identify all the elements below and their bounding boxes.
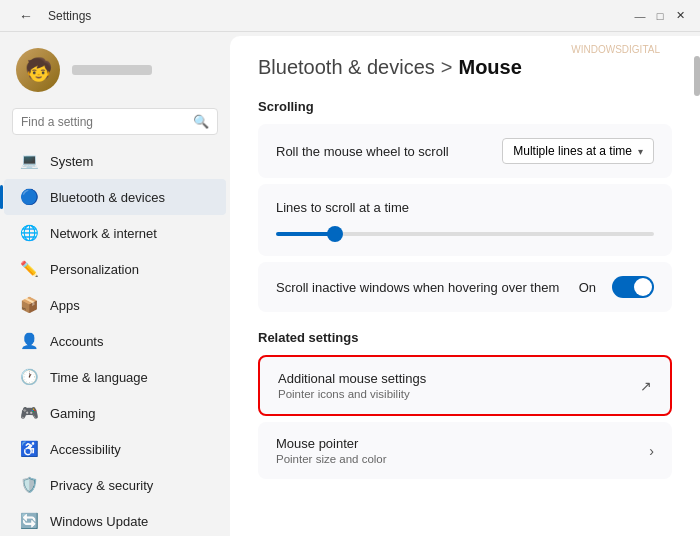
external-link-icon: ↗ bbox=[640, 378, 652, 394]
toggle-row: On bbox=[579, 276, 654, 298]
bluetooth-icon: 🔵 bbox=[20, 188, 38, 206]
sidebar-item-network[interactable]: 🌐 Network & internet bbox=[4, 215, 226, 251]
inactive-scroll-text: Scroll inactive windows when hovering ov… bbox=[276, 280, 559, 295]
accounts-icon: 👤 bbox=[20, 332, 38, 350]
sidebar-label-accounts: Accounts bbox=[50, 334, 103, 349]
main-window: 🧒 🔍 💻 System 🔵 Bluetooth & devices 🌐 Net… bbox=[0, 32, 700, 536]
sidebar-label-network: Network & internet bbox=[50, 226, 157, 241]
roll-wheel-value: Multiple lines at a time bbox=[513, 144, 632, 158]
sidebar-item-privacy[interactable]: 🛡️ Privacy & security bbox=[4, 467, 226, 503]
sidebar-item-bluetooth[interactable]: 🔵 Bluetooth & devices bbox=[4, 179, 226, 215]
apps-icon: 📦 bbox=[20, 296, 38, 314]
slider-container bbox=[276, 216, 654, 242]
roll-wheel-dropdown[interactable]: Multiple lines at a time ▾ bbox=[502, 138, 654, 164]
personalization-icon: ✏️ bbox=[20, 260, 38, 278]
avatar-image: 🧒 bbox=[16, 48, 60, 92]
sidebar-item-winupdate[interactable]: 🔄 Windows Update bbox=[4, 503, 226, 536]
mouse-pointer-card[interactable]: Mouse pointer Pointer size and color › bbox=[258, 422, 672, 479]
sidebar-item-system[interactable]: 💻 System bbox=[4, 143, 226, 179]
profile-name bbox=[72, 65, 152, 75]
related-section-label: Related settings bbox=[258, 330, 672, 345]
search-box[interactable]: 🔍 bbox=[12, 108, 218, 135]
back-button[interactable]: ← bbox=[12, 2, 40, 30]
roll-wheel-title: Roll the mouse wheel to scroll bbox=[276, 144, 449, 159]
system-icon: 💻 bbox=[20, 152, 38, 170]
inactive-scroll-title: Scroll inactive windows when hovering ov… bbox=[276, 280, 559, 295]
toggle-state-label: On bbox=[579, 280, 596, 295]
breadcrumb-current: Mouse bbox=[458, 56, 521, 79]
additional-mouse-subtitle: Pointer icons and visibility bbox=[278, 388, 426, 400]
lines-scroll-card: Lines to scroll at a time bbox=[258, 184, 672, 256]
chevron-right-icon: › bbox=[649, 443, 654, 459]
maximize-button[interactable]: □ bbox=[652, 8, 668, 24]
sidebar-label-apps: Apps bbox=[50, 298, 80, 313]
lines-scroll-title: Lines to scroll at a time bbox=[276, 200, 409, 215]
related-section: Related settings Additional mouse settin… bbox=[258, 330, 672, 479]
titlebar-title: Settings bbox=[48, 9, 91, 23]
nav-list: 💻 System 🔵 Bluetooth & devices 🌐 Network… bbox=[0, 143, 230, 536]
mouse-pointer-subtitle: Pointer size and color bbox=[276, 453, 387, 465]
watermark: WINDOWSDIGITAL bbox=[571, 44, 660, 55]
search-icon: 🔍 bbox=[193, 114, 209, 129]
content-area: WINDOWSDIGITAL Bluetooth & devices > Mou… bbox=[230, 36, 700, 536]
additional-mouse-title: Additional mouse settings bbox=[278, 371, 426, 386]
titlebar: ← Settings — □ ✕ bbox=[0, 0, 700, 32]
sidebar-label-system: System bbox=[50, 154, 93, 169]
mouse-pointer-title: Mouse pointer bbox=[276, 436, 387, 451]
sidebar-item-apps[interactable]: 📦 Apps bbox=[4, 287, 226, 323]
sidebar-item-gaming[interactable]: 🎮 Gaming bbox=[4, 395, 226, 431]
titlebar-left: ← Settings bbox=[12, 2, 91, 30]
scroll-lines-slider[interactable] bbox=[276, 232, 654, 236]
network-icon: 🌐 bbox=[20, 224, 38, 242]
mouse-pointer-text: Mouse pointer Pointer size and color bbox=[276, 436, 387, 465]
sidebar-profile: 🧒 bbox=[0, 32, 230, 104]
inactive-scroll-toggle[interactable] bbox=[612, 276, 654, 298]
sidebar-label-personalization: Personalization bbox=[50, 262, 139, 277]
additional-mouse-text: Additional mouse settings Pointer icons … bbox=[278, 371, 426, 400]
sidebar-item-time[interactable]: 🕐 Time & language bbox=[4, 359, 226, 395]
sidebar: 🧒 🔍 💻 System 🔵 Bluetooth & devices 🌐 Net… bbox=[0, 32, 230, 536]
roll-wheel-card: Roll the mouse wheel to scroll Multiple … bbox=[258, 124, 672, 178]
search-input[interactable] bbox=[21, 115, 187, 129]
winupdate-icon: 🔄 bbox=[20, 512, 38, 530]
sidebar-label-time: Time & language bbox=[50, 370, 148, 385]
sidebar-label-bluetooth: Bluetooth & devices bbox=[50, 190, 165, 205]
close-button[interactable]: ✕ bbox=[672, 8, 688, 24]
sidebar-item-accessibility[interactable]: ♿ Accessibility bbox=[4, 431, 226, 467]
gaming-icon: 🎮 bbox=[20, 404, 38, 422]
dropdown-chevron-icon: ▾ bbox=[638, 146, 643, 157]
breadcrumb: Bluetooth & devices > Mouse bbox=[258, 56, 672, 79]
breadcrumb-separator: > bbox=[441, 56, 453, 79]
time-icon: 🕐 bbox=[20, 368, 38, 386]
accessibility-icon: ♿ bbox=[20, 440, 38, 458]
minimize-button[interactable]: — bbox=[632, 8, 648, 24]
sidebar-label-gaming: Gaming bbox=[50, 406, 96, 421]
sidebar-label-winupdate: Windows Update bbox=[50, 514, 148, 529]
inactive-scroll-card: Scroll inactive windows when hovering ov… bbox=[258, 262, 672, 312]
sidebar-label-privacy: Privacy & security bbox=[50, 478, 153, 493]
privacy-icon: 🛡️ bbox=[20, 476, 38, 494]
scrolling-section-label: Scrolling bbox=[258, 99, 672, 114]
scroll-indicator[interactable] bbox=[694, 56, 700, 96]
sidebar-item-accounts[interactable]: 👤 Accounts bbox=[4, 323, 226, 359]
titlebar-controls: — □ ✕ bbox=[632, 8, 688, 24]
breadcrumb-link[interactable]: Bluetooth & devices bbox=[258, 56, 435, 79]
sidebar-label-accessibility: Accessibility bbox=[50, 442, 121, 457]
avatar[interactable]: 🧒 bbox=[16, 48, 60, 92]
additional-mouse-card[interactable]: Additional mouse settings Pointer icons … bbox=[258, 355, 672, 416]
sidebar-item-personalization[interactable]: ✏️ Personalization bbox=[4, 251, 226, 287]
